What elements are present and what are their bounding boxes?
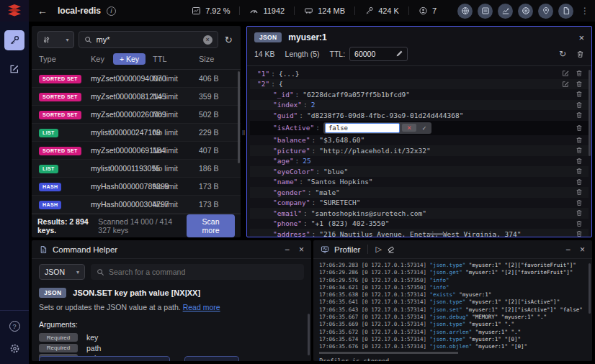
apply-edit-button[interactable]: ✓: [419, 124, 430, 132]
start-profiler-icon[interactable]: ▷: [375, 245, 381, 254]
json-row[interactable]: "age":25: [250, 156, 589, 167]
json-row[interactable]: "2":{: [250, 79, 589, 90]
more-menu-icon[interactable]: ⋮: [581, 6, 589, 16]
cancel-edit-button[interactable]: ×: [402, 124, 416, 132]
json-row-actions: [562, 81, 583, 88]
key-type-filter-select[interactable]: ▾: [37, 31, 74, 48]
table-row[interactable]: SORTED SETmyZset000000940070No limit406 …: [32, 70, 241, 88]
clear-search-icon[interactable]: ×: [203, 35, 212, 45]
trash-icon: [576, 50, 584, 58]
close-details-icon[interactable]: ×: [578, 32, 584, 43]
column-key-label[interactable]: Key: [91, 55, 104, 63]
json-row[interactable]: "isActive":×✓: [250, 121, 589, 135]
nav-browser[interactable]: [4, 30, 24, 50]
json-row[interactable]: "picture":"http://placehold.it/32x32": [250, 145, 589, 156]
add-key-button[interactable]: + Key: [113, 53, 146, 65]
edit-json-icon[interactable]: [562, 81, 569, 88]
json-row[interactable]: "guid":"d8238f76-09d8-4fbc-93e9-01d24d44…: [250, 110, 589, 121]
delete-json-icon[interactable]: [576, 168, 583, 175]
column-ttl[interactable]: TTL: [153, 55, 199, 63]
info-icon[interactable]: i: [107, 6, 116, 16]
help-icon[interactable]: ?: [9, 321, 20, 332]
refresh-keys-icon[interactable]: ↻: [223, 35, 235, 45]
close-profiler-icon[interactable]: ×: [580, 245, 585, 255]
delete-json-icon[interactable]: [576, 101, 583, 109]
json-row[interactable]: "address":"216 Nautilus Avenue, Enetai, …: [250, 229, 589, 237]
delete-key-icon[interactable]: [576, 50, 584, 58]
speedometer-icon: [249, 6, 259, 15]
delete-json-icon[interactable]: [576, 81, 583, 88]
delete-json-icon[interactable]: [576, 124, 583, 132]
key-search-input[interactable]: [97, 35, 199, 44]
delete-json-icon[interactable]: [576, 70, 583, 77]
panel-resize-handle[interactable]: ||: [241, 26, 246, 237]
command-group-select[interactable]: JSON ▾: [39, 264, 85, 280]
scan-more-button[interactable]: Scan more: [187, 214, 235, 237]
refresh-key-icon[interactable]: ↻: [559, 49, 566, 59]
delete-json-icon[interactable]: [576, 188, 583, 196]
minimize-profiler-icon[interactable]: −: [565, 245, 571, 255]
json-value-input[interactable]: [325, 123, 400, 133]
json-colon: :: [303, 219, 308, 227]
close-helper-icon[interactable]: ×: [299, 245, 304, 255]
json-row[interactable]: "gender":"male": [250, 187, 589, 198]
column-size[interactable]: Size: [199, 55, 233, 63]
json-value: "$3,648.60": [319, 136, 364, 144]
delete-json-icon[interactable]: [576, 112, 583, 119]
delete-json-icon[interactable]: [576, 209, 583, 217]
json-row[interactable]: "balance":"$3,648.60": [250, 135, 589, 146]
json-row[interactable]: "phone":"+1 (823) 402-3550": [250, 219, 589, 229]
json-vertical-scrollbar[interactable]: [589, 70, 591, 156]
column-type[interactable]: Type: [39, 55, 91, 63]
keys-scrollbar[interactable]: [238, 71, 240, 163]
list-box-icon: [481, 6, 490, 15]
delete-json-icon[interactable]: [576, 91, 583, 98]
delete-json-icon[interactable]: [576, 147, 583, 154]
nav-workbench[interactable]: [4, 59, 24, 79]
table-row[interactable]: SORTED SETmyZset000000812145No limit359 …: [32, 88, 241, 106]
delete-json-icon[interactable]: [576, 158, 583, 165]
json-horizontal-scrollbar[interactable]: [429, 233, 444, 235]
edit-ttl-pencil-icon[interactable]: [395, 50, 403, 58]
table-row[interactable]: HASHmyHash000000789399No limit173 B: [32, 178, 241, 196]
read-more-link[interactable]: Read more: [183, 303, 220, 311]
json-row[interactable]: "index":2: [250, 100, 589, 111]
profiler-scrollbar[interactable]: [589, 263, 591, 314]
ttl-input[interactable]: [354, 50, 392, 58]
clear-profiler-icon[interactable]: [387, 245, 395, 254]
command-search-input[interactable]: [109, 268, 298, 276]
release-notes-button[interactable]: [478, 4, 493, 19]
log-client: [0 172.17.0.1:57350]: [362, 277, 430, 283]
delete-json-icon[interactable]: [576, 199, 583, 206]
delete-json-icon[interactable]: [576, 220, 583, 227]
json-row[interactable]: "company":"SURETECH": [250, 198, 589, 209]
json-row[interactable]: "eyeColor":"blue": [250, 166, 589, 177]
argument-name: key: [86, 333, 98, 342]
settings-gear-icon[interactable]: [9, 343, 20, 354]
json-row[interactable]: "email":"santoshopkins@suretech.com": [250, 208, 589, 219]
edit-json-icon[interactable]: [562, 70, 569, 77]
memory-icon: [304, 6, 313, 15]
json-row[interactable]: "name":"Santos Hopkins": [250, 177, 589, 188]
minimize-helper-icon[interactable]: −: [285, 245, 290, 255]
table-row[interactable]: LISTmylist000001193055No limit186 B: [32, 160, 241, 178]
delete-json-icon[interactable]: [576, 230, 583, 237]
command-syntax[interactable]: JSON.SET key path value [NX|XX]: [73, 288, 200, 297]
feedback-pin-button[interactable]: [538, 4, 553, 19]
back-arrow-icon[interactable]: ←: [37, 5, 48, 17]
community-globe-button[interactable]: [457, 4, 473, 19]
json-row[interactable]: "_id":"6228dcaff9a057ff5b1bfcd9": [250, 89, 589, 100]
table-row[interactable]: LISTmylist000000247109No limit229 B: [32, 124, 241, 142]
analytics-button[interactable]: [498, 4, 513, 19]
table-row[interactable]: HASHmyHash000000304797No limit173 B: [32, 196, 241, 214]
web-button[interactable]: [518, 4, 533, 19]
delete-json-icon[interactable]: [576, 137, 583, 144]
table-row[interactable]: SORTED SETmyZset000000260709No limit502 …: [32, 106, 241, 124]
table-row[interactable]: SORTED SETmyZset000000691184No limit407 …: [32, 142, 241, 160]
helper-scrollbar[interactable]: [308, 314, 310, 355]
keys-panel: ▾ × ↻ Type Key: [32, 26, 241, 237]
json-row[interactable]: "1":{...}: [250, 68, 589, 79]
trash-icon: [576, 101, 583, 109]
delete-json-icon[interactable]: [576, 178, 583, 186]
docs-button[interactable]: [558, 4, 573, 19]
